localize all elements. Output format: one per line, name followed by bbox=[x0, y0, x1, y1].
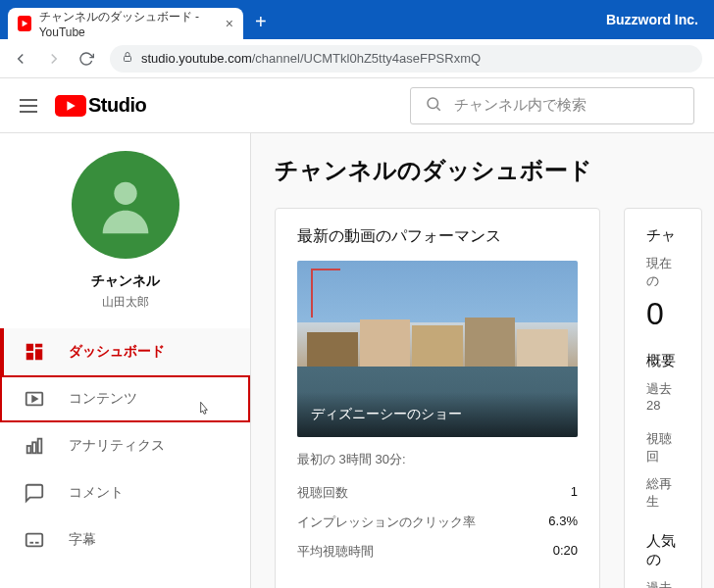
sidebar-item-label: コンテンツ bbox=[69, 390, 137, 408]
subtitles-icon bbox=[24, 529, 45, 551]
sidebar-item-subtitles[interactable]: 字幕 bbox=[0, 516, 250, 564]
studio-logo-text: Studio bbox=[88, 94, 146, 117]
sidebar-item-content[interactable]: コンテンツ bbox=[0, 375, 250, 422]
browser-tab[interactable]: チャンネルのダッシュボード - YouTube × bbox=[8, 8, 243, 39]
youtube-favicon bbox=[18, 16, 31, 31]
menu-button[interactable] bbox=[20, 99, 37, 113]
svg-rect-12 bbox=[27, 446, 31, 453]
svg-rect-13 bbox=[32, 442, 36, 453]
studio-logo[interactable]: Studio bbox=[55, 94, 146, 117]
popular-meta: 過去 48 bbox=[646, 579, 680, 588]
svg-rect-7 bbox=[35, 344, 42, 348]
analytics-icon bbox=[24, 435, 45, 457]
svg-marker-11 bbox=[32, 396, 37, 402]
sidebar-item-label: ダッシュボード bbox=[69, 343, 165, 361]
comments-icon bbox=[24, 482, 45, 504]
sidebar-item-comments[interactable]: コメント bbox=[0, 469, 250, 516]
stat-row: 視聴回数 1 bbox=[297, 478, 578, 508]
channel-name: 山田太郎 bbox=[102, 294, 149, 311]
sidebar-item-label: アナリティクス bbox=[69, 437, 165, 455]
cursor-icon bbox=[196, 401, 212, 416]
svg-rect-15 bbox=[26, 534, 43, 547]
row-label: 視聴回 bbox=[646, 430, 680, 466]
stat-row: インプレッションのクリック率 6.3% bbox=[297, 508, 578, 537]
sidebar: チャンネル 山田太郎 ダッシュボード コンテンツ アナリティクス bbox=[0, 133, 251, 588]
stat-value: 6.3% bbox=[548, 514, 578, 531]
svg-point-3 bbox=[428, 98, 438, 109]
svg-point-5 bbox=[114, 182, 136, 205]
svg-rect-6 bbox=[26, 344, 33, 351]
stat-header: 最初の 3時間 30分: bbox=[297, 451, 578, 468]
channel-block[interactable]: チャンネル 山田太郎 bbox=[0, 151, 250, 311]
card-title: チャ bbox=[646, 226, 680, 245]
main-content: チャンネルのダッシュボード 最新の動画のパフォーマンス ディズニーシーのショー … bbox=[251, 133, 714, 588]
svg-marker-0 bbox=[22, 21, 27, 26]
search-placeholder: チャンネル内で検索 bbox=[454, 96, 586, 115]
stat-value: 0:20 bbox=[553, 543, 578, 561]
stat-row: 平均視聴時間 0:20 bbox=[297, 537, 578, 566]
app-header: Studio チャンネル内で検索 bbox=[0, 78, 714, 133]
reload-button[interactable] bbox=[78, 51, 94, 67]
stat-label: 視聴回数 bbox=[297, 484, 348, 502]
svg-line-4 bbox=[436, 107, 439, 110]
page-title: チャンネルのダッシュボード bbox=[275, 155, 714, 186]
stat-label: インプレッションのクリック率 bbox=[297, 514, 476, 531]
youtube-icon bbox=[55, 95, 86, 117]
sidebar-item-label: コメント bbox=[69, 484, 124, 502]
svg-marker-2 bbox=[67, 101, 75, 111]
url-text: studio.youtube.com/channel/UCMTkl0hZ5tty… bbox=[141, 51, 481, 66]
svg-rect-1 bbox=[125, 57, 131, 62]
channel-label: チャンネル bbox=[91, 272, 160, 290]
url-field[interactable]: studio.youtube.com/channel/UCMTkl0hZ5tty… bbox=[110, 45, 702, 73]
back-button[interactable] bbox=[12, 50, 29, 68]
svg-rect-8 bbox=[35, 349, 42, 360]
sidebar-item-analytics[interactable]: アナリティクス bbox=[0, 422, 250, 469]
svg-rect-14 bbox=[38, 439, 42, 454]
dashboard-icon bbox=[24, 341, 45, 363]
new-tab-button[interactable]: + bbox=[255, 11, 267, 33]
sidebar-item-dashboard[interactable]: ダッシュボード bbox=[0, 328, 250, 375]
address-bar: studio.youtube.com/channel/UCMTkl0hZ5tty… bbox=[0, 39, 714, 78]
sidebar-item-label: 字幕 bbox=[69, 531, 96, 549]
video-title: ディズニーシーのショー bbox=[297, 392, 578, 437]
tab-title: チャンネルのダッシュボード - YouTube bbox=[39, 9, 218, 39]
lock-icon bbox=[122, 51, 133, 66]
popular-label: 人気の bbox=[646, 532, 680, 569]
browser-profile-label: Buzzword Inc. bbox=[606, 12, 698, 27]
browser-tab-strip: チャンネルのダッシュボード - YouTube × + Buzzword Inc… bbox=[0, 0, 714, 39]
close-icon[interactable]: × bbox=[226, 16, 233, 31]
forward-button[interactable] bbox=[45, 50, 63, 68]
stat-label: 平均視聴時間 bbox=[297, 543, 374, 561]
row-label: 総再生 bbox=[646, 475, 680, 511]
svg-rect-9 bbox=[26, 353, 33, 360]
search-input[interactable]: チャンネル内で検索 bbox=[410, 87, 694, 124]
summary-label: 概要 bbox=[646, 352, 680, 370]
video-thumbnail[interactable]: ディズニーシーのショー bbox=[297, 261, 578, 437]
summary-meta: 過去 28 bbox=[646, 380, 680, 413]
content-icon bbox=[24, 388, 45, 410]
card-title: 最新の動画のパフォーマンス bbox=[297, 226, 578, 247]
stat-value: 1 bbox=[571, 484, 578, 502]
avatar bbox=[72, 151, 179, 259]
sub-value: 0 bbox=[646, 296, 680, 332]
performance-card: 最新の動画のパフォーマンス ディズニーシーのショー 最初の 3時間 30分: 視… bbox=[275, 208, 600, 588]
sub-label: 現在の bbox=[646, 255, 680, 290]
analytics-card: チャ 現在の 0 概要 過去 28 視聴回 総再生 人気の 過去 48 bbox=[624, 208, 702, 588]
search-icon bbox=[425, 95, 442, 116]
